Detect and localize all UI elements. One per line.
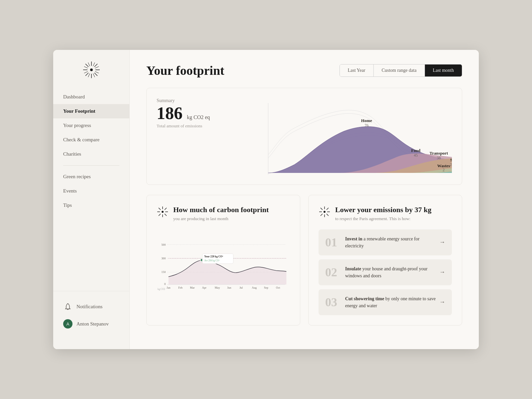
sidebar-item-events[interactable]: Events (53, 184, 129, 198)
svg-point-36 (162, 211, 164, 213)
recommendation-2[interactable]: 02 Insulate your house and draught-proof… (319, 259, 452, 285)
svg-line-12 (88, 63, 90, 66)
svg-line-14 (93, 63, 95, 66)
svg-text:kg CO2: kg CO2 (158, 288, 165, 290)
svg-line-8 (84, 66, 88, 68)
bottom-panels: How much of carbon footprint you are pro… (146, 195, 462, 326)
nav-primary: Dashboard Your Footprint Your progress C… (53, 90, 129, 291)
sidebar-item-charities[interactable]: Charities (53, 147, 129, 161)
lower-panel-header: Lower your emissions by 37 kg to respect… (319, 205, 452, 221)
carbon-panel-icon (157, 206, 169, 218)
svg-line-65 (321, 208, 323, 210)
sidebar-item-tips[interactable]: Tips (53, 198, 129, 212)
svg-text:Avr 284 kg CO²: Avr 284 kg CO² (204, 259, 219, 262)
rec-left-2: 02 Insulate your house and draught-proof… (325, 265, 439, 279)
recommendation-3[interactable]: 03 Cut showering time by only one minute… (319, 289, 452, 315)
svg-text:Apr: Apr (202, 286, 206, 289)
svg-text:0: 0 (164, 282, 166, 286)
svg-line-5 (94, 73, 97, 76)
time-filters: Last Year Custom range data Last month (339, 64, 462, 77)
svg-text:45: 45 (414, 153, 418, 158)
svg-text:Aug: Aug (252, 286, 257, 289)
nav-divider (63, 165, 119, 166)
svg-text:Feb: Feb (178, 286, 183, 289)
rec-left-3: 03 Cut showering time by only one minute… (325, 295, 439, 309)
page-header: Your footprint Last Year Custom range da… (146, 63, 462, 78)
bell-icon (63, 302, 72, 311)
area-chart: Home 76 Food 45 Transport 38 Shopping 25… (157, 101, 452, 178)
svg-text:Oct: Oct (276, 286, 280, 289)
svg-text:Jul: Jul (239, 286, 243, 289)
svg-line-4 (85, 64, 88, 67)
svg-line-67 (327, 208, 329, 210)
svg-text:150: 150 (161, 270, 166, 274)
svg-line-13 (93, 73, 95, 77)
sidebar-item-your-progress[interactable]: Your progress (53, 118, 129, 133)
sidebar: Dashboard Your Footprint Your progress C… (53, 50, 130, 349)
svg-line-15 (88, 73, 90, 77)
sidebar-bottom: Notifications A Anton Stepanov (53, 291, 129, 339)
sidebar-item-check-compare[interactable]: Check & compare (53, 133, 129, 147)
lower-panel-title: Lower your emissions by 37 kg (335, 205, 432, 215)
svg-line-66 (327, 214, 329, 216)
svg-line-68 (321, 214, 323, 216)
filter-custom-range[interactable]: Custom range data (374, 65, 425, 76)
rec-number-1: 01 (325, 235, 338, 249)
carbon-panel-text: How much of carbon footprint you are pro… (173, 205, 269, 221)
svg-line-34 (165, 208, 167, 210)
arrow-icon-2: → (439, 269, 445, 276)
svg-text:300: 300 (161, 257, 166, 260)
carbon-panel: How much of carbon footprint you are pro… (146, 195, 300, 326)
svg-line-9 (95, 71, 99, 73)
carbon-panel-subtitle: you are producing in last month (173, 216, 269, 221)
svg-text:Home: Home (361, 118, 372, 123)
lower-panel-text: Lower your emissions by 37 kg to respect… (335, 205, 432, 221)
svg-text:Shopping: Shopping (450, 157, 452, 162)
sidebar-item-your-footprint[interactable]: Your Footprint (53, 104, 129, 118)
area-chart-section: Summary 186 kg CO2 eq Total amount of em… (146, 88, 462, 185)
filter-last-month[interactable]: Last month (425, 65, 462, 76)
sidebar-item-dashboard[interactable]: Dashboard (53, 90, 129, 104)
lower-panel-subtitle: to respect the Paris agreement. This is … (335, 216, 432, 221)
filter-last-year[interactable]: Last Year (340, 65, 374, 76)
arrow-icon-1: → (439, 239, 445, 246)
svg-line-32 (159, 208, 161, 210)
svg-text:500: 500 (161, 243, 166, 246)
svg-point-69 (324, 211, 326, 213)
svg-line-10 (84, 71, 88, 73)
rec-text-2: Insulate your house and draught-proof yo… (345, 265, 439, 279)
rec-number-3: 03 (325, 295, 338, 309)
svg-text:2: 2 (443, 168, 445, 172)
svg-line-7 (85, 73, 88, 76)
svg-text:76: 76 (365, 123, 369, 128)
user-profile[interactable]: A Anton Stepanov (53, 315, 129, 332)
svg-point-16 (90, 68, 93, 71)
rec-number-2: 02 (325, 265, 338, 279)
svg-text:Transport: Transport (430, 151, 448, 156)
carbon-panel-title: How much of carbon footprint (173, 205, 269, 215)
logo (53, 60, 129, 90)
app-container: Dashboard Your Footprint Your progress C… (53, 50, 479, 349)
rec-text-3: Cut showering time by only one minute to… (345, 295, 439, 309)
svg-text:Sep: Sep (264, 286, 268, 289)
recommendation-1[interactable]: 01 Invest in a renewable energy source f… (319, 229, 452, 255)
carbon-panel-header: How much of carbon footprint you are pro… (157, 205, 290, 221)
svg-text:Food: Food (411, 148, 421, 153)
svg-text:25: 25 (450, 162, 452, 167)
svg-line-33 (165, 214, 167, 216)
page-title: Your footprint (146, 63, 224, 78)
lower-panel-icon (319, 206, 331, 218)
svg-text:May: May (215, 286, 220, 289)
sidebar-item-green-recipes[interactable]: Green recipes (53, 170, 129, 184)
logo-icon (81, 60, 101, 80)
svg-line-11 (95, 66, 99, 68)
svg-text:Mar: Mar (190, 286, 195, 289)
avatar: A (63, 319, 72, 329)
arrow-icon-3: → (439, 299, 445, 306)
rec-left-1: 01 Invest in a renewable energy source f… (325, 235, 439, 249)
notifications-button[interactable]: Notifications (53, 298, 129, 315)
rec-text-1: Invest in a renewable energy source for … (345, 235, 439, 249)
svg-text:Your 220 kg CO²: Your 220 kg CO² (204, 255, 223, 258)
line-chart: 500 300 150 0 kg CO2 (157, 229, 290, 303)
avatar-initial: A (63, 319, 72, 329)
